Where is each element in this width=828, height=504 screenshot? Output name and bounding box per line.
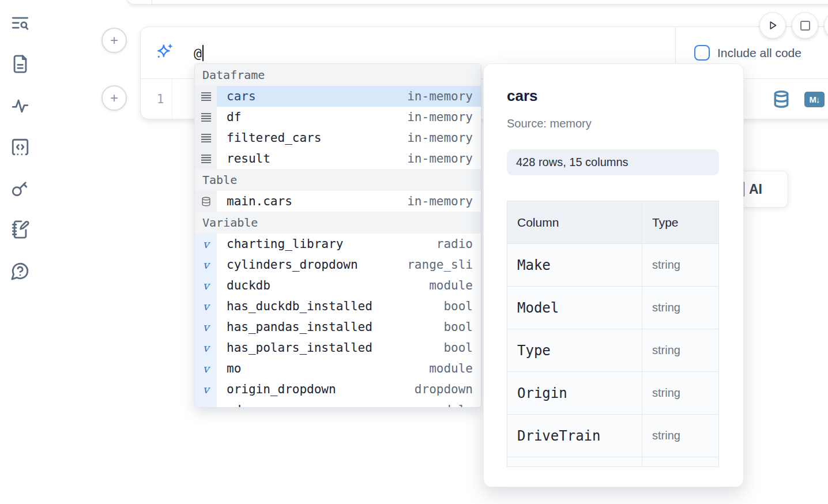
item-name: has_duckdb_installed (227, 299, 372, 313)
autocomplete-item-pd-partial[interactable]: v pdmodule (195, 400, 481, 408)
item-name: cylinders_dropdown (227, 258, 358, 272)
cell-toolbar: M↓ (772, 79, 825, 119)
item-detail: module (422, 362, 473, 375)
type-header: Type (652, 216, 679, 230)
include-all-code-label: Include all code (717, 46, 801, 60)
help-chat-icon[interactable] (10, 261, 31, 282)
item-name: df (227, 110, 241, 124)
column-type: string (652, 429, 680, 442)
convert-to-markdown-icon[interactable]: M↓ (804, 92, 825, 107)
schema-table: Column Type Make string Model string Typ… (507, 201, 719, 467)
activity-pulse-icon[interactable] (10, 96, 31, 117)
dataframe-preview-panel: cars Source: memory 428 rows, 15 columns… (483, 63, 744, 487)
file-document-icon[interactable] (10, 54, 31, 75)
variable-icon: v (195, 379, 217, 400)
preview-title: cars (507, 87, 538, 105)
autocomplete-item-origin-dropdown[interactable]: v origin_dropdowndropdown (195, 379, 481, 400)
column-name: DriveTrain (517, 428, 601, 444)
column-name: Type (517, 343, 551, 359)
column-type: string (652, 386, 680, 400)
ai-prompt-value: @ (194, 46, 202, 61)
item-name: mo (227, 362, 241, 375)
dataframe-icon (195, 148, 217, 169)
item-name: main.cars (227, 194, 292, 208)
item-detail: module (422, 403, 473, 408)
variable-icon: v (195, 358, 217, 379)
variable-icon: v (195, 400, 217, 408)
datasource-database-icon[interactable] (772, 90, 791, 108)
autocomplete-section-table: Table (195, 169, 481, 191)
left-sidebar (0, 0, 42, 504)
item-detail: bool (436, 299, 473, 313)
autocomplete-dropdown: Dataframe carsin-memory dfin-memory filt… (194, 63, 481, 408)
preview-source: Source: memory (507, 117, 592, 130)
item-name: pd (227, 403, 241, 408)
secrets-key-icon[interactable] (10, 178, 31, 199)
autocomplete-item-charting-library[interactable]: v charting_libraryradio (195, 234, 481, 254)
ai-prompt-text: @ (194, 44, 204, 62)
item-detail: in-memory (400, 89, 473, 103)
autocomplete-item-filtered-cars[interactable]: filtered_carsin-memory (195, 127, 481, 148)
item-name: has_pandas_installed (227, 320, 372, 334)
schema-row-origin: Origin string (507, 372, 718, 415)
autocomplete-item-cylinders-dropdown[interactable]: v cylinders_dropdownrange_sli (195, 254, 481, 275)
item-detail: in-memory (400, 110, 473, 124)
autocomplete-item-duckdb[interactable]: v duckdbmodule (195, 275, 481, 296)
column-type: string (652, 301, 680, 314)
variable-icon: v (195, 296, 217, 317)
autocomplete-item-has-duckdb-installed[interactable]: v has_duckdb_installedbool (195, 296, 481, 317)
dataframe-icon (195, 86, 217, 107)
variable-icon: v (195, 317, 217, 337)
item-name: has_polars_installed (227, 341, 372, 355)
previous-cell-partial[interactable] (127, 0, 828, 5)
item-name: result (227, 152, 270, 166)
stop-icon (800, 21, 810, 31)
autocomplete-item-df[interactable]: dfin-memory (195, 107, 481, 127)
item-detail: bool (436, 341, 473, 355)
autocomplete-item-main-cars[interactable]: main.carsin-memory (195, 191, 481, 212)
variable-icon: v (195, 254, 217, 275)
scratchpad-notebook-icon[interactable] (10, 220, 31, 240)
line-number: 1 (152, 79, 168, 119)
item-detail: range_sli (400, 258, 473, 272)
item-detail: bool (436, 320, 473, 334)
include-all-code-checkbox[interactable] (694, 45, 710, 61)
item-name: origin_dropdown (227, 382, 336, 396)
autocomplete-item-mo[interactable]: v momodule (195, 358, 481, 379)
stop-cell-button[interactable] (792, 12, 818, 39)
item-name: charting_library (227, 237, 343, 251)
column-name: Origin (517, 385, 567, 401)
item-detail: radio (430, 237, 473, 251)
item-detail: module (422, 279, 473, 292)
add-cell-above-button[interactable]: + (101, 28, 127, 53)
autocomplete-item-cars[interactable]: carsin-memory (195, 86, 481, 107)
ai-button-label: AI (749, 182, 762, 197)
schema-row-type: Type string (507, 329, 718, 372)
add-cell-below-button[interactable]: + (101, 85, 127, 111)
autocomplete-item-has-polars-installed[interactable]: v has_polars_installedbool (195, 337, 481, 358)
code-snippets-icon[interactable] (10, 137, 31, 158)
column-type: string (652, 344, 680, 357)
run-cell-button[interactable] (759, 12, 786, 39)
schema-row-partial (507, 457, 718, 467)
schema-row-drivetrain: DriveTrain string (507, 415, 718, 457)
autocomplete-section-dataframe: Dataframe (195, 64, 481, 86)
column-header: Column (517, 216, 559, 230)
autocomplete-item-has-pandas-installed[interactable]: v has_pandas_installedbool (195, 317, 481, 337)
column-name: Model (517, 300, 559, 316)
dataframe-icon (195, 107, 217, 127)
variable-icon: v (195, 234, 217, 254)
item-name: cars (227, 89, 256, 103)
text-caret (202, 45, 204, 61)
preview-shape-badge: 428 rows, 15 columns (507, 149, 719, 175)
autocomplete-item-result[interactable]: resultin-memory (195, 148, 481, 169)
gutter-divider (172, 79, 172, 119)
schema-row-make: Make string (507, 244, 718, 287)
variable-icon: v (195, 275, 217, 296)
item-detail: in-memory (400, 152, 473, 166)
table-of-contents-search-icon[interactable] (10, 14, 31, 35)
dataframe-icon (195, 127, 217, 148)
column-type: string (652, 258, 680, 272)
ai-sparkle-icon (155, 43, 174, 62)
schema-row-model: Model string (507, 287, 718, 329)
